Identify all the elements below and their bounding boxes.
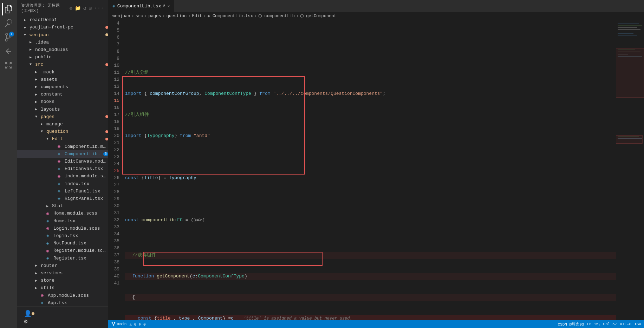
extensions-icon[interactable]: [2, 59, 15, 72]
tree-label: reactDemo1: [30, 17, 108, 22]
tree-item-login-tsx[interactable]: ▶ ◈ Login.tsx: [17, 232, 108, 240]
tree-item-rightpanel-tsx[interactable]: ▶ ◈ RightPanel.tsx: [17, 195, 108, 202]
breadcrumb-question[interactable]: question: [167, 14, 187, 19]
code-editor[interactable]: //引入分组 import { componentConfGroup, Comp…: [122, 20, 616, 320]
tree-item-services[interactable]: ▶ services: [17, 269, 108, 277]
tree-label: layouts: [41, 107, 108, 112]
breadcrumb-getcomponent[interactable]: ⬡ getComponent: [300, 13, 337, 19]
status-csdn: CSDN @辉光93: [558, 322, 584, 327]
tree-item-componentlib-tsx[interactable]: ▶ ◈ ComponentLib.tsx 5: [17, 150, 108, 158]
code-line-15: const {title , type , Component} =c'titl…: [125, 315, 616, 320]
tree-item-manage[interactable]: ▶ manage: [17, 120, 108, 128]
breadcrumb-src[interactable]: src: [136, 14, 143, 19]
svg-rect-5: [618, 33, 633, 34]
tree-item-assets[interactable]: ▶ assets: [17, 76, 108, 83]
breadcrumb-sep: ›: [203, 14, 206, 19]
code-line-13: function getComponent(c:ComponentConfTyp…: [125, 273, 616, 280]
source-control-icon[interactable]: 3: [2, 31, 15, 44]
tree-item-idea[interactable]: ▶ .idea: [17, 39, 108, 46]
tree-item-src[interactable]: ▼ src: [17, 61, 108, 68]
collapse-arrow: ▶: [35, 77, 41, 81]
tree-label: ComponentLib.module.scss: [65, 144, 108, 149]
breadcrumb-componentlib-fn[interactable]: ⬡ componentLib: [258, 13, 295, 19]
status-bar: main ⚠ 0 ⊗ 0 CSDN @辉光93 Ln 15, Col 57 UT…: [108, 320, 644, 328]
svg-rect-1: [618, 23, 639, 24]
breadcrumb-pages[interactable]: pages: [148, 14, 161, 19]
tree-item-wenjuan[interactable]: ▼ wenjuan: [17, 31, 108, 38]
run-debug-icon[interactable]: [2, 45, 15, 58]
tree-item-components[interactable]: ▶ components: [17, 83, 108, 91]
status-errors[interactable]: ⚠ 0 ⊗ 0: [129, 322, 145, 327]
tab-close-icon[interactable]: ✕: [168, 4, 170, 8]
file-badge: 5: [103, 152, 108, 156]
svg-rect-9: [618, 52, 640, 52]
refresh-icon[interactable]: ↺: [83, 5, 86, 11]
status-branch[interactable]: main: [111, 322, 126, 327]
tree-label: store: [41, 278, 108, 283]
tree-item-constant[interactable]: ▶ constant: [17, 91, 108, 98]
tree-item-reactDemo1[interactable]: ▶ reactDemo1: [17, 16, 108, 24]
minimap: [616, 20, 644, 320]
tree-item-notfound-tsx[interactable]: ▶ ◈ NotFound.tsx: [17, 240, 108, 247]
more-actions-icon[interactable]: ···: [94, 5, 104, 11]
tree-item-public[interactable]: ▶ public: [17, 53, 108, 61]
line-numbers: 4 5 6 7 8 9 10 11 12 13 14 15 16 17 18 1…: [108, 20, 122, 320]
tree-item-app-tsx[interactable]: ▶ ◈ App.tsx: [17, 299, 108, 307]
collapse-all-icon[interactable]: ⊟: [89, 5, 92, 11]
tsx-icon: ◈: [41, 300, 46, 306]
tree-item-home-scss[interactable]: ▶ ◉ Home.module.scss: [17, 210, 108, 217]
tree-label: Home.tsx: [53, 218, 108, 224]
tree-item-router[interactable]: ▶ router: [17, 262, 108, 269]
tree-label: constant: [41, 92, 108, 97]
tree-label: ComponentLib.tsx: [65, 151, 102, 157]
tree-item-hooks[interactable]: ▶ hooks: [17, 98, 108, 105]
tree-item-question[interactable]: ▼ question: [17, 128, 108, 135]
search-icon[interactable]: [2, 17, 15, 29]
tree-item-node-modules[interactable]: ▶ node_modules: [17, 46, 108, 53]
tree-item-edit[interactable]: ▼ Edit: [17, 135, 108, 143]
tree-item-editcanvas-scss[interactable]: ▶ ◉ EditCanvas.module.scss: [17, 158, 108, 165]
tree-item-componentlib-scss[interactable]: ▶ ◉ ComponentLib.module.scss: [17, 143, 108, 150]
breadcrumb-wenjuan[interactable]: wenjuan: [112, 14, 130, 19]
tree-item-index-tsx[interactable]: ▶ ◈ index.tsx: [17, 180, 108, 187]
tree-item-login-scss[interactable]: ▶ ◉ Login.module.scss: [17, 225, 108, 232]
tree-item-utils[interactable]: ▶ utils: [17, 284, 108, 291]
tree-item-register-tsx[interactable]: ▶ ◈ Register.tsx: [17, 255, 108, 262]
tree-label: App.tsx: [48, 300, 108, 306]
tsx-icon: ◈: [58, 188, 63, 194]
tree-item-stat[interactable]: ▶ Stat: [17, 202, 108, 210]
tree-item-index-scss[interactable]: ▶ ◉ index.module.scss: [17, 172, 108, 180]
tree-item-home-tsx[interactable]: ▶ ◈ Home.tsx: [17, 217, 108, 224]
modified-dot: [105, 138, 108, 140]
tree-item-mock[interactable]: ▶ _mock: [17, 68, 108, 76]
breadcrumb-componentlib[interactable]: ◈ ComponentLib.tsx: [207, 13, 253, 19]
tree-item-leftpanel-tsx[interactable]: ▶ ◈ LeftPanel.tsx: [17, 188, 108, 195]
sidebar-account[interactable]: 👤: [17, 310, 108, 317]
account-icon: 👤: [24, 310, 31, 317]
breadcrumb-sep: ›: [131, 14, 134, 19]
tree-item-app-scss[interactable]: ▶ ◉ App.module.scss: [17, 292, 108, 299]
status-language[interactable]: TSX: [634, 322, 641, 326]
explorer-icon[interactable]: [2, 3, 15, 15]
tree-item-layouts[interactable]: ▶ layouts: [17, 105, 108, 113]
tree-item-register-scss[interactable]: ▶ ◉ Register.module.scss: [17, 247, 108, 254]
sidebar-settings[interactable]: ⚙: [17, 317, 108, 325]
status-encoding[interactable]: UTF-8: [620, 322, 631, 326]
new-file-icon[interactable]: ⊕: [69, 5, 72, 11]
tree-label: assets: [41, 77, 108, 82]
breadcrumb-sep: ›: [162, 14, 165, 19]
collapse-arrow: ▶: [41, 122, 46, 126]
tree-label: components: [41, 84, 108, 90]
tab-componentlib[interactable]: ◈ ComponentLib.tsx 5 ✕: [108, 0, 174, 12]
tree-label: node_modules: [35, 47, 108, 52]
scss-icon: ◉: [41, 293, 46, 298]
editor-content[interactable]: 4 5 6 7 8 9 10 11 12 13 14 15 16 17 18 1…: [108, 20, 644, 320]
tree-item-editcanvas-tsx[interactable]: ▶ ◈ EditCanvas.tsx: [17, 165, 108, 172]
status-position[interactable]: Ln 15, Col 57: [587, 322, 617, 326]
tree-item-youjian-front-pc[interactable]: ▶ youjian-front-pc: [17, 24, 108, 31]
tree-item-pages[interactable]: ▼ pages: [17, 113, 108, 120]
tree-label: pages: [41, 114, 104, 119]
new-folder-icon[interactable]: 📁: [75, 5, 81, 11]
breadcrumb-edit[interactable]: Edit: [192, 14, 202, 19]
tree-item-store[interactable]: ▶ store: [17, 277, 108, 284]
